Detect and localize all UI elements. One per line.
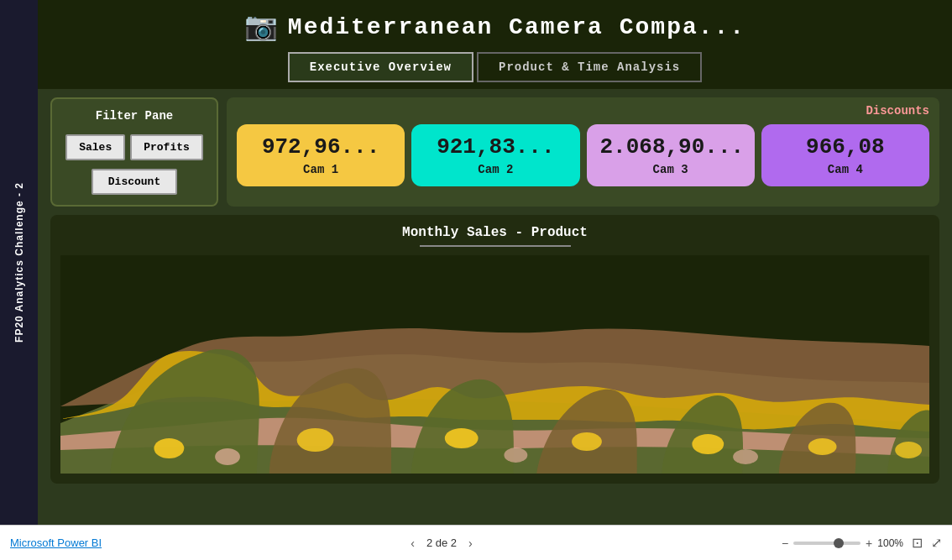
- camera-icon: 📷: [244, 10, 278, 44]
- svg-point-6: [808, 438, 837, 455]
- body-content: Filter Pane Sales Profits Discount Disco…: [38, 89, 952, 492]
- kpi-label-cam1: Cam 1: [250, 163, 391, 176]
- kpi-card-cam2[interactable]: 921,83... Cam 2: [411, 124, 579, 186]
- sidebar-label: FP20 Analytics Challenge - 2: [13, 182, 25, 343]
- tab-product-time-analysis[interactable]: Product & Time Analysis: [477, 52, 702, 82]
- chart-underline: [420, 245, 571, 247]
- filter-buttons-row: Sales Profits: [65, 134, 203, 160]
- next-page-button[interactable]: ›: [463, 535, 478, 552]
- profits-filter-button[interactable]: Profits: [130, 134, 203, 160]
- filter-pane-title: Filter Pane: [96, 109, 173, 123]
- zoom-minus-button[interactable]: −: [782, 536, 788, 550]
- zoom-track[interactable]: [793, 542, 860, 545]
- svg-point-1: [154, 438, 184, 458]
- discount-filter-button[interactable]: Discount: [92, 169, 177, 195]
- chart-area: Monthly Sales - Product: [50, 215, 939, 484]
- header-title-row: 📷 Mediterranean Camera Compa...: [244, 10, 745, 44]
- kpi-card-cam1[interactable]: 972,96... Cam 1: [237, 124, 405, 186]
- svg-point-2: [297, 428, 334, 452]
- svg-point-3: [445, 428, 479, 448]
- kpi-value-cam1: 972,96...: [250, 134, 391, 160]
- chart-svg-container: [60, 255, 929, 474]
- app-title: Mediterranean Camera Compa...: [288, 14, 745, 40]
- kpi-card-cam3[interactable]: 2.068,90... Cam 3: [587, 124, 755, 186]
- svg-point-8: [215, 448, 240, 465]
- zoom-thumb: [834, 538, 844, 548]
- zoom-plus-button[interactable]: +: [866, 536, 872, 550]
- kpi-value-cam4: 966,08: [775, 134, 916, 160]
- left-sidebar: FP20 Analytics Challenge - 2: [0, 0, 38, 525]
- kpi-value-cam3: 2.068,90...: [600, 134, 741, 160]
- zoom-bar-container: − + 100%: [782, 536, 903, 550]
- svg-point-7: [895, 442, 922, 458]
- header: 📷 Mediterranean Camera Compa... Executiv…: [38, 0, 952, 89]
- sales-filter-button[interactable]: Sales: [65, 134, 125, 160]
- main-content: 📷 Mediterranean Camera Compa... Executiv…: [38, 0, 952, 525]
- fit-page-button[interactable]: ⊡: [912, 535, 923, 551]
- bottom-center: ‹ 2 de 2 ›: [405, 535, 478, 552]
- kpi-section-label: Discounts: [237, 104, 929, 118]
- kpi-area: Discounts 972,96... Cam 1 921,83... Cam …: [227, 97, 939, 207]
- kpi-card-cam4[interactable]: 966,08 Cam 4: [761, 124, 929, 186]
- tab-executive-overview[interactable]: Executive Overview: [288, 52, 473, 82]
- svg-point-10: [733, 449, 758, 464]
- prev-page-button[interactable]: ‹: [405, 535, 420, 552]
- streamgraph-svg: [60, 255, 929, 474]
- header-tabs: Executive Overview Product & Time Analys…: [288, 52, 702, 82]
- kpi-label-cam4: Cam 4: [775, 163, 916, 176]
- page-indicator: 2 de 2: [426, 536, 457, 549]
- kpi-cards-row: 972,96... Cam 1 921,83... Cam 2 2.068,90…: [237, 124, 929, 186]
- bottom-bar: Microsoft Power BI ‹ 2 de 2 › − + 100% ⊡…: [0, 525, 952, 560]
- kpi-label-cam3: Cam 3: [600, 163, 741, 176]
- zoom-level: 100%: [877, 537, 903, 549]
- top-row: Filter Pane Sales Profits Discount Disco…: [50, 97, 939, 207]
- powerbi-link[interactable]: Microsoft Power BI: [10, 536, 102, 549]
- kpi-value-cam2: 921,83...: [425, 134, 566, 160]
- chart-title: Monthly Sales - Product: [60, 225, 929, 240]
- filter-pane: Filter Pane Sales Profits Discount: [50, 97, 218, 207]
- svg-point-4: [572, 432, 602, 451]
- bottom-right: − + 100% ⊡ ⤢: [782, 535, 942, 551]
- svg-point-5: [692, 434, 724, 454]
- fullscreen-button[interactable]: ⤢: [931, 535, 942, 551]
- svg-point-9: [504, 447, 527, 463]
- kpi-label-cam2: Cam 2: [425, 163, 566, 176]
